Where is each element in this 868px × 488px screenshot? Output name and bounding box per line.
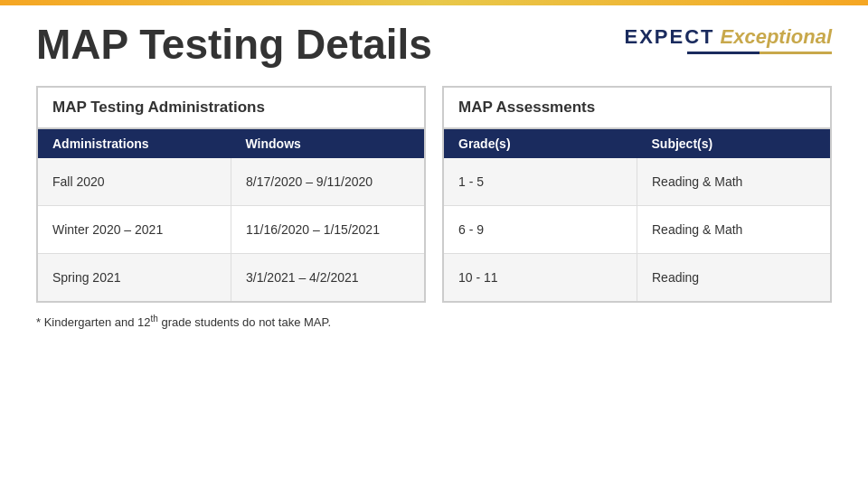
logo-underline bbox=[687, 52, 832, 54]
assess-cell-3-1: 10 - 11 bbox=[444, 254, 637, 301]
assess-cell-1-2: Reading & Math bbox=[637, 158, 830, 205]
header-row: MAP Testing Details EXPECT Exceptional bbox=[36, 22, 832, 68]
assess-section-header: MAP Assessments bbox=[444, 88, 830, 129]
assess-col-headers: Grade(s) Subject(s) bbox=[444, 129, 830, 158]
assess-row-3: 10 - 11 Reading bbox=[444, 254, 830, 301]
assess-table: MAP Assessments Grade(s) Subject(s) 1 - … bbox=[442, 86, 832, 303]
admin-col-headers: Administrations Windows bbox=[38, 129, 424, 158]
admin-cell-3-1: Spring 2021 bbox=[38, 254, 231, 301]
admin-row-2: Winter 2020 – 2021 11/16/2020 – 1/15/202… bbox=[38, 206, 424, 254]
footer-note-start: * Kindergarten and 12 bbox=[36, 315, 150, 329]
admin-col-header-1: Administrations bbox=[38, 129, 231, 158]
logo-exceptional: Exceptional bbox=[721, 25, 832, 49]
assess-col-header-2: Subject(s) bbox=[637, 129, 831, 158]
footer-superscript: th bbox=[150, 314, 157, 324]
admin-table: MAP Testing Administrations Administrati… bbox=[36, 86, 426, 303]
logo-area: EXPECT Exceptional bbox=[624, 22, 832, 54]
assess-row-2: 6 - 9 Reading & Math bbox=[444, 206, 830, 254]
page-title: MAP Testing Details bbox=[36, 22, 432, 68]
assess-cell-3-2: Reading bbox=[637, 254, 830, 301]
tables-row: MAP Testing Administrations Administrati… bbox=[36, 86, 832, 303]
assess-cell-1-1: 1 - 5 bbox=[444, 158, 637, 205]
main-content: MAP Testing Details EXPECT Exceptional M… bbox=[0, 5, 868, 338]
admin-cell-2-1: Winter 2020 – 2021 bbox=[38, 206, 231, 253]
assess-row-1: 1 - 5 Reading & Math bbox=[444, 158, 830, 206]
admin-col-header-2: Windows bbox=[231, 129, 425, 158]
admin-row-3: Spring 2021 3/1/2021 – 4/2/2021 bbox=[38, 254, 424, 301]
admin-cell-1-1: Fall 2020 bbox=[38, 158, 231, 205]
logo-expect: EXPECT bbox=[624, 25, 714, 49]
footer-note-end: grade students do not take MAP. bbox=[158, 315, 331, 329]
admin-cell-3-2: 3/1/2021 – 4/2/2021 bbox=[231, 254, 424, 301]
admin-cell-2-2: 11/16/2020 – 1/15/2021 bbox=[231, 206, 424, 253]
admin-section-header: MAP Testing Administrations bbox=[38, 88, 424, 129]
admin-row-1: Fall 2020 8/17/2020 – 9/11/2020 bbox=[38, 158, 424, 206]
admin-cell-1-2: 8/17/2020 – 9/11/2020 bbox=[231, 158, 424, 205]
assess-col-header-1: Grade(s) bbox=[444, 129, 637, 158]
assess-cell-2-1: 6 - 9 bbox=[444, 206, 637, 253]
footer-note: * Kindergarten and 12th grade students d… bbox=[36, 314, 832, 329]
assess-cell-2-2: Reading & Math bbox=[637, 206, 830, 253]
